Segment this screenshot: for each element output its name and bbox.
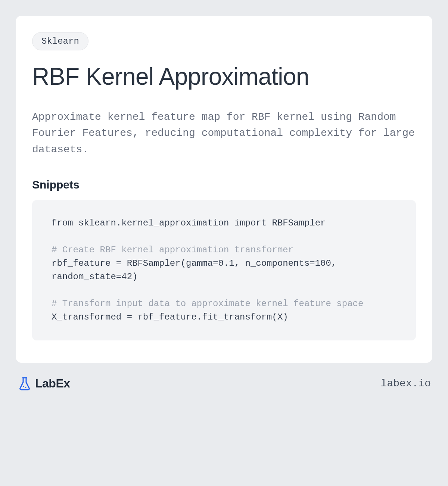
- content-card: Sklearn RBF Kernel Approximation Approxi…: [16, 16, 432, 363]
- flask-icon: [17, 376, 32, 391]
- code-line: X_transformed = rbf_feature.fit_transfor…: [52, 312, 288, 322]
- svg-point-1: [25, 387, 27, 388]
- snippets-heading: Snippets: [32, 178, 416, 191]
- code-comment: # Transform input data to approximate ke…: [52, 299, 363, 309]
- code-comment: # Create RBF kernel approximation transf…: [52, 245, 293, 255]
- code-snippet: from sklearn.kernel_approximation import…: [32, 200, 416, 340]
- description-text: Approximate kernel feature map for RBF k…: [32, 109, 416, 158]
- logo-text: LabEx: [35, 377, 70, 390]
- code-line: from sklearn.kernel_approximation import…: [52, 218, 326, 228]
- logo: LabEx: [17, 376, 70, 391]
- footer: LabEx labex.io: [16, 376, 432, 391]
- code-line: rbf_feature = RBFSampler(gamma=0.1, n_co…: [52, 258, 342, 282]
- footer-url: labex.io: [381, 378, 431, 389]
- page-title: RBF Kernel Approximation: [32, 62, 416, 91]
- svg-point-0: [23, 386, 24, 387]
- category-tag: Sklearn: [32, 32, 88, 50]
